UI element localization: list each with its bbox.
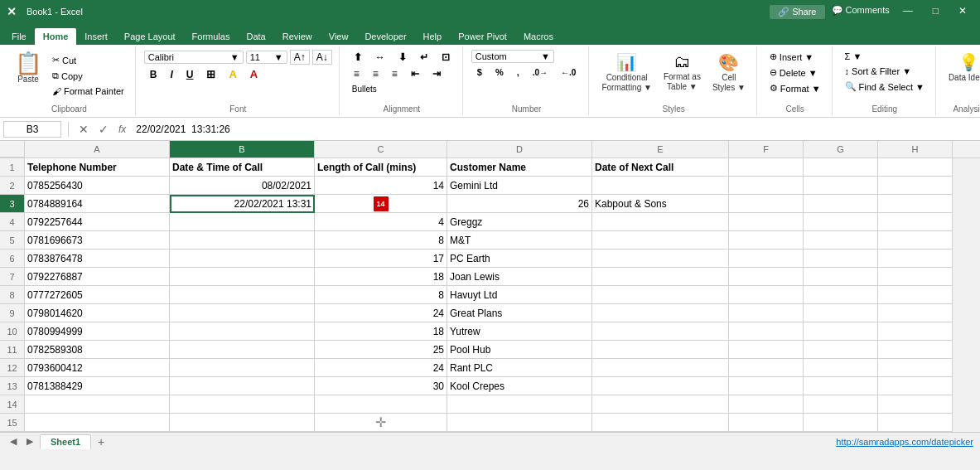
currency-button[interactable]: $ bbox=[471, 65, 488, 79]
cell-g10[interactable] bbox=[804, 322, 878, 341]
cell-g7[interactable] bbox=[804, 268, 878, 286]
cell-g12[interactable] bbox=[804, 359, 878, 377]
tab-developer[interactable]: Developer bbox=[356, 28, 414, 45]
borders-button[interactable]: ⊞ bbox=[200, 66, 221, 82]
merge-button[interactable]: ⊡ bbox=[436, 50, 456, 65]
cell-b13[interactable] bbox=[170, 377, 315, 395]
cell-e5[interactable] bbox=[592, 231, 729, 250]
cell-b1[interactable]: Date & Time of Call bbox=[170, 158, 315, 177]
format-painter-button[interactable]: 🖌 Format Painter bbox=[48, 85, 128, 98]
cell-c9[interactable]: 24 bbox=[315, 304, 447, 322]
cell-a6[interactable]: 0783876478 bbox=[25, 250, 170, 268]
number-format-dropdown[interactable]: Custom ▼ bbox=[471, 50, 554, 63]
copy-button[interactable]: ⧉ Copy bbox=[48, 69, 128, 83]
format-as-table-button[interactable]: 🗂 Format as Table ▼ bbox=[659, 50, 705, 94]
cell-c8[interactable]: 8 bbox=[315, 286, 447, 304]
percent-button[interactable]: % bbox=[490, 65, 509, 79]
cell-a2[interactable]: 0785256430 bbox=[25, 177, 170, 195]
decrease-font-button[interactable]: A↓ bbox=[312, 50, 332, 65]
col-header-c[interactable]: C bbox=[315, 141, 447, 157]
cell-styles-button[interactable]: 🎨 Cell Styles ▼ bbox=[708, 50, 750, 94]
cell-b2[interactable]: 08/02/2021 bbox=[170, 177, 315, 195]
cell-d10[interactable]: Yutrew bbox=[447, 322, 592, 341]
italic-button[interactable]: I bbox=[164, 67, 178, 82]
cell-a5[interactable]: 0781696673 bbox=[25, 231, 170, 250]
cell-h9[interactable] bbox=[878, 304, 953, 322]
cell-g3[interactable] bbox=[804, 195, 878, 213]
cell-f2[interactable] bbox=[729, 177, 804, 195]
cell-b9[interactable] bbox=[170, 304, 315, 322]
col-header-d[interactable]: D bbox=[447, 141, 592, 157]
cell-c6[interactable]: 17 bbox=[315, 250, 447, 268]
row-num-1[interactable]: 1 bbox=[0, 158, 25, 177]
cell-c1[interactable]: Length of Call (mins) bbox=[315, 158, 447, 177]
cell-h3[interactable] bbox=[878, 195, 953, 213]
cell-e8[interactable] bbox=[592, 286, 729, 304]
row-num-15[interactable]: 15 bbox=[0, 414, 25, 432]
cell-a3[interactable]: 0784889164 bbox=[25, 195, 170, 213]
row-num-8[interactable]: 8 bbox=[0, 286, 25, 304]
increase-decimal-button[interactable]: .0→ bbox=[527, 66, 553, 79]
sheet-tab-1[interactable]: Sheet1 bbox=[40, 434, 91, 449]
cell-g11[interactable] bbox=[804, 341, 878, 359]
date-picker-icon[interactable]: 14 bbox=[374, 196, 389, 211]
cell-a1[interactable]: Telephone Number bbox=[25, 158, 170, 177]
tab-home[interactable]: Home bbox=[35, 28, 77, 45]
increase-font-button[interactable]: A↑ bbox=[290, 50, 310, 65]
conditional-formatting-button[interactable]: 📊 Conditional Formatting ▼ bbox=[597, 50, 655, 94]
cell-c11[interactable]: 25 bbox=[315, 341, 447, 359]
col-header-a[interactable]: A bbox=[25, 141, 170, 157]
add-sheet-button[interactable]: + bbox=[94, 435, 108, 448]
cell-g6[interactable] bbox=[804, 250, 878, 268]
cell-f6[interactable] bbox=[729, 250, 804, 268]
tab-file[interactable]: File bbox=[3, 28, 35, 45]
comments-button[interactable]: 💬 Comments bbox=[832, 5, 890, 19]
align-left-button[interactable]: ≡ bbox=[348, 66, 365, 81]
row-num-5[interactable]: 5 bbox=[0, 231, 25, 250]
row-num-4[interactable]: 4 bbox=[0, 213, 25, 231]
cell-e11[interactable] bbox=[592, 341, 729, 359]
cell-c15[interactable]: ✛ bbox=[315, 414, 447, 432]
cell-a9[interactable]: 0798014620 bbox=[25, 304, 170, 322]
cell-g14[interactable] bbox=[804, 395, 878, 414]
cell-g4[interactable] bbox=[804, 213, 878, 231]
tab-help[interactable]: Help bbox=[415, 28, 451, 45]
font-selector[interactable]: Calibri ▼ bbox=[144, 51, 244, 64]
tab-review[interactable]: Review bbox=[274, 28, 321, 45]
cell-f11[interactable] bbox=[729, 341, 804, 359]
cell-a7[interactable]: 0792276887 bbox=[25, 268, 170, 286]
col-header-e[interactable]: E bbox=[592, 141, 729, 157]
indent-decrease-button[interactable]: ⇤ bbox=[405, 66, 425, 81]
row-num-9[interactable]: 9 bbox=[0, 304, 25, 322]
cell-f3[interactable] bbox=[729, 195, 804, 213]
tab-formulas[interactable]: Formulas bbox=[184, 28, 239, 45]
cell-e9[interactable] bbox=[592, 304, 729, 322]
cell-h5[interactable] bbox=[878, 231, 953, 250]
row-num-6[interactable]: 6 bbox=[0, 250, 25, 268]
cell-d3[interactable]: 26 bbox=[447, 195, 592, 213]
cell-c14[interactable] bbox=[315, 395, 447, 414]
cell-h12[interactable] bbox=[878, 359, 953, 377]
cell-d6[interactable]: PC Earth bbox=[447, 250, 592, 268]
fill-color-button[interactable]: A bbox=[223, 66, 242, 82]
confirm-formula-icon[interactable]: ✓ bbox=[95, 121, 112, 138]
formula-input[interactable] bbox=[133, 122, 977, 137]
cell-f13[interactable] bbox=[729, 377, 804, 395]
indent-increase-button[interactable]: ⇥ bbox=[427, 66, 447, 81]
bullets-button[interactable]: Bullets bbox=[348, 83, 381, 95]
cell-f4[interactable] bbox=[729, 213, 804, 231]
font-color-button[interactable]: A bbox=[244, 66, 263, 82]
comma-button[interactable]: , bbox=[511, 65, 525, 79]
cell-b10[interactable] bbox=[170, 322, 315, 341]
cell-h15[interactable] bbox=[878, 414, 953, 432]
autosum-button[interactable]: Σ ▼ bbox=[841, 50, 867, 63]
decrease-decimal-button[interactable]: ←.0 bbox=[555, 66, 582, 79]
cancel-formula-icon[interactable]: ✕ bbox=[75, 121, 92, 138]
cell-g15[interactable] bbox=[804, 414, 878, 432]
cell-f9[interactable] bbox=[729, 304, 804, 322]
cell-c5[interactable]: 8 bbox=[315, 231, 447, 250]
cell-f14[interactable] bbox=[729, 395, 804, 414]
delete-cells-button[interactable]: ⊖ Delete ▼ bbox=[765, 65, 822, 80]
cell-b6[interactable] bbox=[170, 250, 315, 268]
cell-e10[interactable] bbox=[592, 322, 729, 341]
